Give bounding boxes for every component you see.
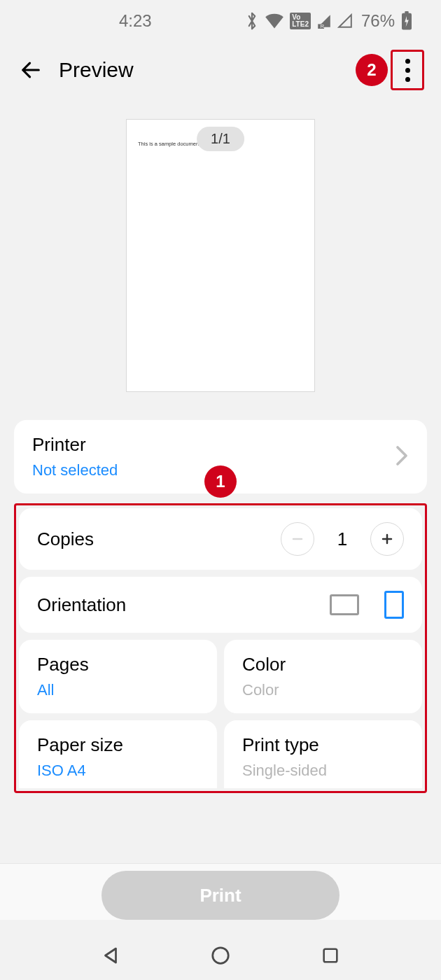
svg-rect-3 <box>405 11 409 14</box>
copies-row: Copies 1 <box>19 508 422 570</box>
color-value: Color <box>242 681 404 699</box>
minus-icon <box>291 533 304 545</box>
volte-icon: VoLTE2 <box>290 13 311 29</box>
nav-home-button[interactable] <box>206 941 234 969</box>
battery-percent: 76% <box>361 11 395 31</box>
callout-region-1: Copies 1 Orientation <box>14 503 427 793</box>
copies-increment-button[interactable] <box>370 522 404 556</box>
pages-value: All <box>37 681 199 699</box>
print-type-row[interactable]: Print type Single-sided <box>224 720 422 788</box>
chevron-right-icon <box>395 445 409 469</box>
plus-icon <box>381 533 393 545</box>
copies-label: Copies <box>37 528 94 550</box>
bluetooth-icon <box>245 11 259 31</box>
nav-back-button[interactable] <box>97 941 125 969</box>
arrow-left-icon <box>19 58 43 82</box>
wifi-icon <box>265 13 284 29</box>
triangle-back-icon <box>100 945 121 966</box>
print-action-bar: Print <box>0 863 441 920</box>
svg-rect-8 <box>323 949 337 962</box>
printer-label: Printer <box>32 434 118 456</box>
app-bar: Preview 2 <box>0 42 441 98</box>
pages-row[interactable]: Pages All <box>19 640 217 713</box>
more-vertical-icon <box>405 59 410 82</box>
orientation-portrait-button[interactable] <box>384 591 404 619</box>
system-navigation-bar <box>0 931 441 980</box>
print-button[interactable]: Print <box>102 871 340 920</box>
color-row[interactable]: Color Color <box>224 640 422 713</box>
nav-recents-button[interactable] <box>316 941 344 969</box>
square-recents-icon <box>321 946 340 965</box>
orientation-landscape-button[interactable] <box>330 594 359 615</box>
paper-size-row[interactable]: Paper size ISO A4 <box>19 720 217 788</box>
copies-value: 1 <box>335 528 349 550</box>
print-type-value: Single-sided <box>242 762 404 780</box>
print-settings: Printer Not selected 1 Copies 1 <box>0 406 441 793</box>
color-label: Color <box>242 654 404 676</box>
callout-badge-2: 2 <box>356 54 388 86</box>
orientation-label: Orientation <box>37 594 126 616</box>
svg-point-7 <box>213 948 229 964</box>
status-bar: 4:23 VoLTE2 R 76% <box>0 0 441 42</box>
printer-value: Not selected <box>32 461 118 479</box>
circle-home-icon <box>210 945 231 966</box>
orientation-row: Orientation <box>19 577 422 633</box>
copies-decrement-button[interactable] <box>281 522 314 556</box>
signal-icon-1: R <box>316 13 332 29</box>
status-time: 4:23 <box>119 11 152 31</box>
print-type-label: Print type <box>242 734 404 756</box>
callout-badge-1: 1 <box>204 465 237 498</box>
pages-label: Pages <box>37 654 199 676</box>
back-button[interactable] <box>17 56 45 84</box>
battery-charging-icon <box>400 11 413 31</box>
document-preview-area: This is a sample document. 1/1 <box>0 98 441 406</box>
page-title: Preview <box>59 58 134 82</box>
more-options-button[interactable] <box>391 50 424 90</box>
paper-size-value: ISO A4 <box>37 762 199 780</box>
paper-size-label: Paper size <box>37 734 199 756</box>
page-indicator: 1/1 <box>197 127 244 151</box>
status-icons: VoLTE2 R 76% <box>245 11 413 31</box>
document-page[interactable]: This is a sample document. 1/1 <box>126 119 315 392</box>
signal-icon-2 <box>337 13 353 29</box>
svg-text:R: R <box>320 23 324 29</box>
